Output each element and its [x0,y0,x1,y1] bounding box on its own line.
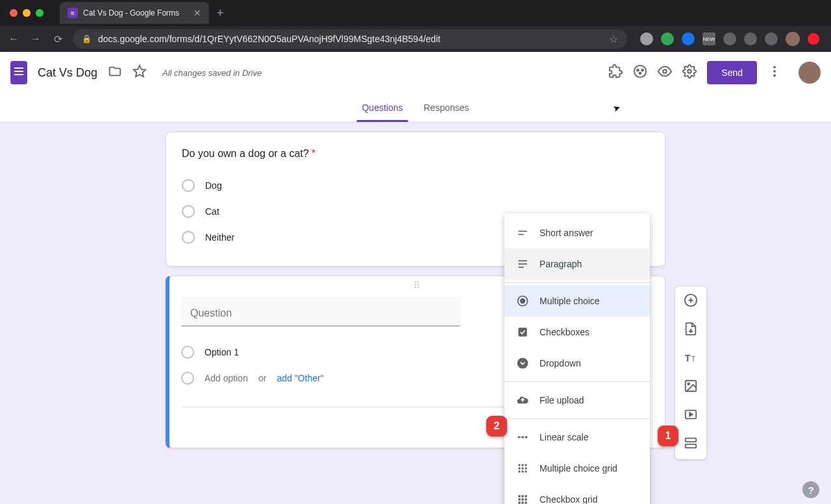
menu-item-dropdown[interactable]: Dropdown [504,348,650,379]
close-window-button[interactable] [10,9,18,17]
svg-point-17 [688,383,689,385]
preview-button[interactable] [658,64,672,82]
lock-icon: 🔒 [82,34,92,43]
forms-favicon-icon: ≡ [68,8,78,18]
menu-item-checkboxes[interactable]: Checkboxes [504,317,650,348]
customize-theme-button[interactable] [633,64,647,82]
question-title: Do you own a dog or a cat?* [182,148,649,160]
browser-badge-icon[interactable] [808,33,819,45]
radio-icon [182,231,195,244]
extension-icon[interactable]: NEW [702,32,715,45]
extension-icon[interactable] [661,32,674,45]
extension-icon[interactable] [765,32,778,45]
address-bar[interactable]: 🔒 docs.google.com/forms/d/1QrEYytV662N0O… [73,29,627,49]
extension-icons: NEW [635,32,825,46]
browser-chrome: ≡ Cat Vs Dog - Google Forms ✕ + ← → ⟳ 🔒 … [0,0,831,52]
svg-point-42 [521,470,523,472]
svg-point-39 [521,467,523,469]
question-type-menu: Short answer Paragraph Multiple choice C… [504,213,650,504]
maximize-window-button[interactable] [36,9,43,17]
new-tab-button[interactable]: + [217,6,224,20]
menu-item-file-upload[interactable]: File upload [504,385,650,416]
reload-button[interactable]: ⟳ [51,33,65,45]
menu-item-multiple-choice[interactable]: Multiple choice [504,285,650,317]
save-status: All changes saved in Drive [162,68,262,78]
svg-point-6 [688,69,692,73]
add-video-button[interactable] [684,407,698,424]
add-option-label[interactable]: Add option [205,373,248,383]
svg-point-37 [525,464,527,466]
svg-point-41 [518,470,520,472]
tab-responses[interactable]: Responses [414,93,480,122]
extension-icon[interactable] [640,32,653,45]
svg-rect-45 [521,495,523,497]
star-button[interactable] [132,64,147,82]
option-label[interactable]: Option 1 [205,347,239,357]
drag-handle-icon[interactable]: ⠿ [414,280,421,291]
addons-button[interactable] [608,64,623,82]
account-avatar[interactable] [799,62,821,84]
svg-text:T: T [691,355,695,363]
help-button[interactable]: ? [802,481,819,498]
svg-point-2 [637,69,639,71]
svg-point-8 [773,70,776,73]
tab-questions[interactable]: Questions [351,93,413,122]
app-header: Cat Vs Dog All changes saved in Drive Se… [0,52,831,93]
radio-icon [181,372,194,385]
close-tab-icon[interactable]: ✕ [193,8,201,18]
svg-point-35 [518,464,520,466]
menu-item-mc-grid[interactable]: Multiple choice grid [504,453,650,484]
paragraph-icon [516,258,529,270]
import-questions-button[interactable] [684,322,698,339]
form-canvas: Do you own a dog or a cat?* Dog Cat Neit… [0,123,831,504]
menu-item-cb-grid[interactable]: Checkbox grid [504,484,650,504]
menu-item-short-answer[interactable]: Short answer [504,217,650,248]
required-star-icon: * [312,148,316,159]
question-input[interactable] [181,297,460,326]
svg-rect-52 [525,501,527,503]
url-text: docs.google.com/forms/d/1QrEYytV662N0O5a… [98,34,440,44]
minimize-window-button[interactable] [23,9,31,17]
or-label: or [258,373,266,383]
extension-icon[interactable] [682,32,695,45]
form-title[interactable]: Cat Vs Dog [38,66,97,80]
move-to-folder-button[interactable] [108,64,122,82]
add-section-button[interactable] [684,436,698,453]
add-question-button[interactable] [684,293,698,310]
menu-item-linear-scale[interactable]: Linear scale [504,422,650,453]
profile-avatar-icon[interactable] [786,32,800,46]
svg-point-7 [773,66,776,68]
forms-logo-icon[interactable] [10,61,27,84]
send-button[interactable]: Send [707,61,757,84]
forward-button[interactable]: → [29,33,43,45]
radio-icon [182,179,195,192]
svg-point-28 [521,299,525,304]
settings-button[interactable] [682,64,697,82]
annotation-badge-1: 1 [658,426,678,446]
svg-rect-44 [518,495,520,497]
dropdown-icon [516,357,529,370]
more-button[interactable] [767,64,782,82]
back-button[interactable]: ← [6,33,21,45]
browser-tab[interactable]: ≡ Cat Vs Dog - Google Forms ✕ [60,2,209,24]
svg-rect-50 [518,501,520,503]
linear-scale-icon [516,431,529,444]
add-title-button[interactable]: TT [684,350,698,367]
svg-point-9 [773,74,776,77]
bookmark-star-icon[interactable]: ☆ [609,33,618,45]
add-other-link[interactable]: add "Other" [277,373,323,383]
menu-divider [504,282,650,283]
radio-icon [181,346,194,359]
menu-divider [504,381,650,382]
extension-icon[interactable] [744,32,757,45]
menu-divider [504,418,650,419]
add-image-button[interactable] [684,379,698,396]
menu-item-paragraph[interactable]: Paragraph [504,248,650,280]
svg-marker-0 [134,65,145,76]
svg-point-1 [634,65,646,77]
option-label: Dog [205,180,222,191]
extension-icon[interactable] [723,32,736,45]
tab-bar: ≡ Cat Vs Dog - Google Forms ✕ + [0,0,831,26]
svg-point-43 [525,470,527,472]
tab-title: Cat Vs Dog - Google Forms [83,8,188,18]
